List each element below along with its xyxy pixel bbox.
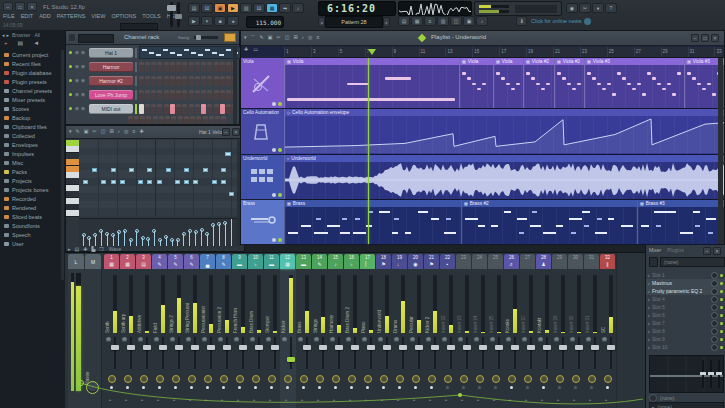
step-cell[interactable] — [195, 76, 200, 86]
midi-note[interactable] — [184, 180, 189, 184]
pl-tool-icon-2[interactable]: ✎ — [260, 34, 264, 40]
pattern-next-icon[interactable]: ▸ — [383, 17, 390, 27]
strip-pan-knob[interactable] — [458, 337, 463, 342]
browser-item-recorded[interactable]: Recorded — [0, 194, 60, 203]
plugin-slot-1[interactable]: ▸Slot 1 — [646, 271, 725, 279]
wait-icon[interactable]: ▥ — [240, 3, 252, 13]
step-cell[interactable] — [164, 76, 169, 86]
master-knob[interactable] — [86, 381, 99, 394]
midi-note[interactable] — [120, 180, 125, 184]
strip-fader-handle[interactable] — [223, 345, 231, 350]
step-cell[interactable] — [171, 116, 176, 124]
step-cell[interactable] — [196, 116, 201, 124]
velocity-knot[interactable] — [170, 238, 174, 242]
pl-tool-icon-5[interactable]: ◫ — [285, 34, 290, 40]
rp-minimize-icon[interactable]: – — [703, 247, 711, 255]
step-cell[interactable] — [195, 62, 200, 72]
step-cell[interactable] — [145, 62, 150, 72]
strip-pan-knob[interactable] — [186, 337, 191, 342]
pr-tool-icon-6[interactable]: ♪ — [118, 128, 121, 134]
menu-tools[interactable]: TOOLS — [142, 13, 161, 19]
mixer-strip-header[interactable]: 8✎ — [216, 254, 231, 269]
menu-patterns[interactable]: PATTERNS — [57, 13, 86, 19]
step-cell[interactable] — [214, 76, 219, 86]
strip-fader-track[interactable] — [386, 337, 388, 369]
track-mute-led[interactable] — [272, 148, 276, 152]
strip-route-arrow[interactable]: ▴ — [189, 397, 191, 402]
pl-tool-icon-9[interactable]: ≡ — [316, 34, 319, 40]
mixer-strip-header[interactable]: 23 — [456, 254, 471, 269]
eq-slider-2[interactable] — [710, 360, 712, 388]
rack-led-grid-icon[interactable] — [224, 33, 236, 42]
channel-select-strip[interactable] — [135, 76, 137, 86]
mixer-strip-16[interactable]: 16♭Bass Drum 2▴ — [344, 253, 361, 408]
mixer-strip-header[interactable]: 2▦ — [120, 254, 135, 269]
strip-pan-knob[interactable] — [218, 337, 223, 342]
step-cell[interactable] — [203, 116, 208, 124]
midi-note[interactable] — [225, 152, 231, 156]
strip-route-arrow[interactable]: ▴ — [365, 397, 367, 402]
mixer-strip-header[interactable]: 12▦ — [280, 254, 295, 269]
mixer-strip-29[interactable]: 29Insert 29▴ — [552, 253, 569, 408]
clip-underworld[interactable]: ≈Underworld — [284, 155, 724, 199]
velocity-knot[interactable] — [200, 228, 204, 232]
step-cell[interactable] — [145, 76, 150, 86]
velocity-stem[interactable] — [118, 232, 119, 246]
main-volume-handle[interactable] — [167, 5, 176, 11]
rp-close-icon[interactable]: × — [713, 247, 721, 255]
strip-route-arrow[interactable]: ▴ — [253, 397, 255, 402]
strip-fader-track[interactable] — [290, 337, 292, 369]
mixer-strip-header[interactable]: 10♭ — [248, 254, 263, 269]
strip-fader-handle[interactable] — [207, 345, 215, 350]
clip-viola-2[interactable]: ▦Viola #2 — [523, 58, 555, 108]
strip-fader-handle[interactable] — [399, 345, 407, 350]
strip-route-arrow[interactable]: ▴ — [573, 397, 575, 402]
strip-fader-handle[interactable] — [255, 345, 263, 350]
velocity-knot[interactable] — [141, 236, 145, 240]
swing-slider[interactable] — [194, 36, 218, 39]
strip-pan-knob[interactable] — [570, 337, 575, 342]
slot-mix-knob[interactable] — [711, 344, 718, 351]
strip-fader-track[interactable] — [466, 337, 468, 369]
file-icon[interactable]: ▤ — [18, 40, 24, 46]
mixer-strip-header[interactable]: 22▪ — [440, 254, 455, 269]
step-cell[interactable] — [157, 76, 162, 86]
strip-fader-handle[interactable] — [383, 345, 391, 350]
track-header-cello-automation[interactable]: Cello Automation — [241, 109, 284, 155]
mixer-strip-header[interactable]: 11▬ — [264, 254, 279, 269]
clip-viola[interactable]: ▦Viola — [284, 58, 460, 108]
strip-mute-led[interactable] — [158, 386, 161, 389]
velocity-stem[interactable] — [225, 223, 226, 246]
pl-tool-icon-6[interactable]: ⊞ — [293, 34, 297, 40]
strip-fader-track[interactable] — [594, 337, 596, 369]
clip-brass-3[interactable]: ▦Brass #3 — [637, 200, 724, 244]
step-cell[interactable] — [189, 76, 194, 86]
view-channel-rack-icon[interactable]: ≡ — [424, 16, 436, 26]
step-cell[interactable] — [182, 76, 187, 86]
strip-route-arrow[interactable]: ▴ — [413, 397, 415, 402]
channel-button[interactable]: Harmor #2 — [89, 76, 133, 86]
strip-pan-knob[interactable] — [410, 337, 415, 342]
strip-fader-handle[interactable] — [351, 345, 359, 350]
strip-fader-handle[interactable] — [607, 345, 615, 350]
step-cell[interactable] — [220, 62, 225, 72]
playhead-line[interactable] — [368, 58, 369, 244]
mixer-strip-header[interactable]: 14✎ — [312, 254, 327, 269]
loop-icon[interactable]: ❒ — [99, 247, 103, 252]
channel-button[interactable]: Hat 1 — [89, 48, 133, 58]
strip-pan-knob[interactable] — [426, 337, 431, 342]
mixer-strip-header[interactable]: 21⚑ — [424, 254, 439, 269]
strip-sep-knob[interactable] — [540, 375, 548, 383]
snap-icon[interactable]: ▤ — [75, 247, 80, 252]
strip-fader-handle[interactable] — [559, 345, 567, 350]
strip-fader-track[interactable] — [178, 337, 180, 369]
mixer-strip-header[interactable]: 13▬ — [296, 254, 311, 269]
strip-sep-knob[interactable] — [300, 375, 308, 383]
step-cell[interactable] — [226, 90, 231, 100]
midi-note[interactable] — [184, 168, 189, 172]
strip-fader-handle[interactable] — [271, 345, 279, 350]
midi-note[interactable] — [92, 168, 97, 172]
step-cell[interactable] — [151, 76, 156, 86]
strip-mute-led[interactable] — [174, 386, 177, 389]
mixer-strip-header[interactable]: 4✎ — [152, 254, 167, 269]
